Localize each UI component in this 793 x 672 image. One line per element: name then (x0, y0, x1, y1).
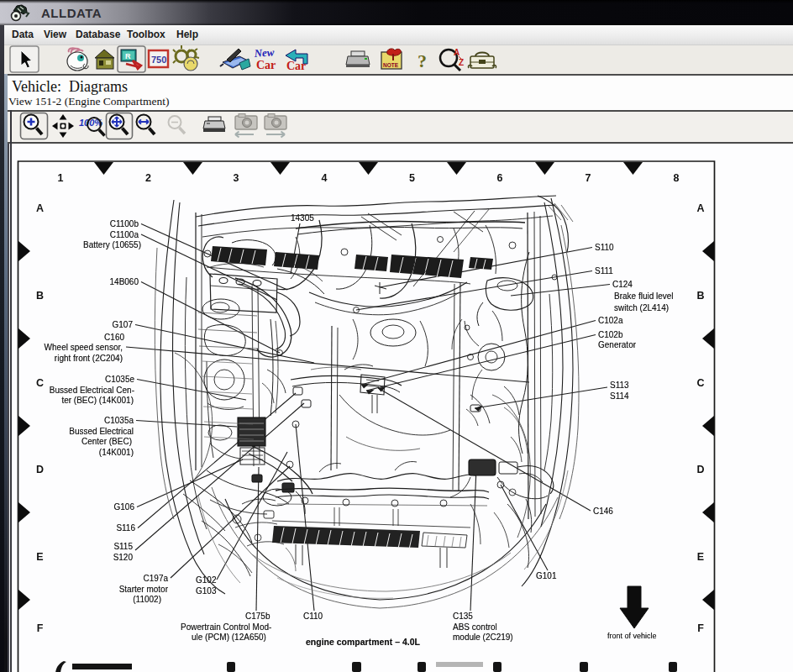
svg-text:C146: C146 (593, 507, 613, 516)
svg-text:Generator: Generator (598, 340, 637, 349)
svg-text:?: ? (418, 50, 427, 71)
svg-text:A: A (454, 48, 460, 57)
svg-text:G101: G101 (536, 571, 557, 580)
svg-text:C1100b: C1100b (110, 219, 139, 228)
svg-text:ter (BEC) (14K001): ter (BEC) (14K001) (61, 396, 134, 405)
svg-text:module (2C219): module (2C219) (453, 633, 513, 642)
svg-text:8: 8 (674, 172, 680, 184)
svg-text:C160: C160 (104, 333, 124, 342)
svg-text:Starter motor: Starter motor (119, 585, 169, 594)
svg-text:S120: S120 (113, 553, 134, 562)
svg-text:A: A (36, 202, 44, 214)
svg-text:NOTE: NOTE (383, 62, 399, 68)
svg-text:C135: C135 (453, 612, 473, 621)
svg-text:E: E (697, 551, 704, 563)
svg-text:ABS control: ABS control (453, 622, 497, 632)
svg-text:14B060: 14B060 (110, 277, 139, 286)
svg-text:4: 4 (322, 172, 328, 184)
svg-text:2: 2 (145, 172, 151, 184)
svg-text:E: E (36, 551, 43, 563)
svg-text:750: 750 (151, 55, 166, 65)
svg-text:C1035e: C1035e (105, 375, 134, 384)
svg-text:Battery (10655): Battery (10655) (83, 240, 141, 249)
svg-text:C: C (36, 377, 44, 389)
svg-text:Bussed Electrical: Bussed Electrical (69, 427, 134, 436)
svg-text:F: F (697, 622, 704, 634)
svg-text:R: R (125, 52, 131, 60)
svg-text:S110: S110 (595, 243, 614, 252)
svg-text:B: B (696, 290, 704, 302)
svg-text:7: 7 (586, 172, 591, 184)
svg-text:C: C (696, 377, 704, 389)
svg-text:C110: C110 (303, 612, 323, 621)
svg-text:(14K001): (14K001) (99, 448, 134, 457)
svg-text:switch (2L414): switch (2L414) (614, 303, 669, 312)
svg-text:C102b: C102b (598, 330, 623, 339)
svg-text:3: 3 (234, 172, 239, 184)
svg-text:1: 1 (58, 172, 64, 184)
svg-text:(11002): (11002) (133, 595, 161, 604)
svg-text:S113: S113 (610, 381, 629, 390)
svg-text:B: B (36, 290, 44, 302)
svg-text:Wheel speed sensor,: Wheel speed sensor, (45, 343, 123, 352)
svg-text:C1100a: C1100a (110, 230, 139, 239)
svg-text:C197a: C197a (144, 574, 169, 583)
svg-text:New: New (253, 45, 275, 60)
svg-text:C175b: C175b (245, 612, 270, 621)
svg-text:G103: G103 (196, 586, 217, 596)
svg-text:A: A (696, 202, 704, 214)
svg-text:Car: Car (256, 59, 276, 71)
svg-text:S114: S114 (610, 391, 629, 401)
svg-text:C124: C124 (612, 280, 633, 289)
svg-text:Z: Z (459, 58, 464, 67)
svg-text:D: D (36, 464, 44, 475)
svg-text:G107: G107 (113, 320, 134, 329)
svg-text:Brake fluid level: Brake fluid level (614, 291, 674, 301)
svg-text:C102a: C102a (598, 316, 623, 325)
svg-text:engine compartment – 4.0L: engine compartment – 4.0L (306, 637, 421, 647)
svg-text:S115: S115 (113, 542, 133, 551)
svg-text:S111: S111 (595, 266, 613, 276)
svg-text:Bussed Electrical Cen-: Bussed Electrical Cen- (50, 386, 134, 395)
svg-text:Car: Car (286, 60, 306, 72)
svg-text:ule (PCM) (12A650): ule (PCM) (12A650) (192, 633, 266, 642)
svg-text:front of vehicle: front of vehicle (607, 632, 657, 640)
svg-text:Center (BEC): Center (BEC) (81, 437, 132, 446)
svg-text:6: 6 (497, 172, 503, 184)
svg-text:5: 5 (409, 172, 415, 184)
svg-text:G102: G102 (196, 575, 217, 585)
svg-text:D: D (696, 464, 704, 475)
svg-text:F: F (37, 622, 44, 634)
svg-text:S116: S116 (116, 523, 135, 533)
svg-text:right front (2C204): right front (2C204) (55, 354, 123, 363)
svg-text:Powertrain Control Mod-: Powertrain Control Mod- (181, 622, 271, 632)
svg-text:G106: G106 (114, 502, 135, 512)
svg-text:C1035a: C1035a (104, 416, 134, 425)
